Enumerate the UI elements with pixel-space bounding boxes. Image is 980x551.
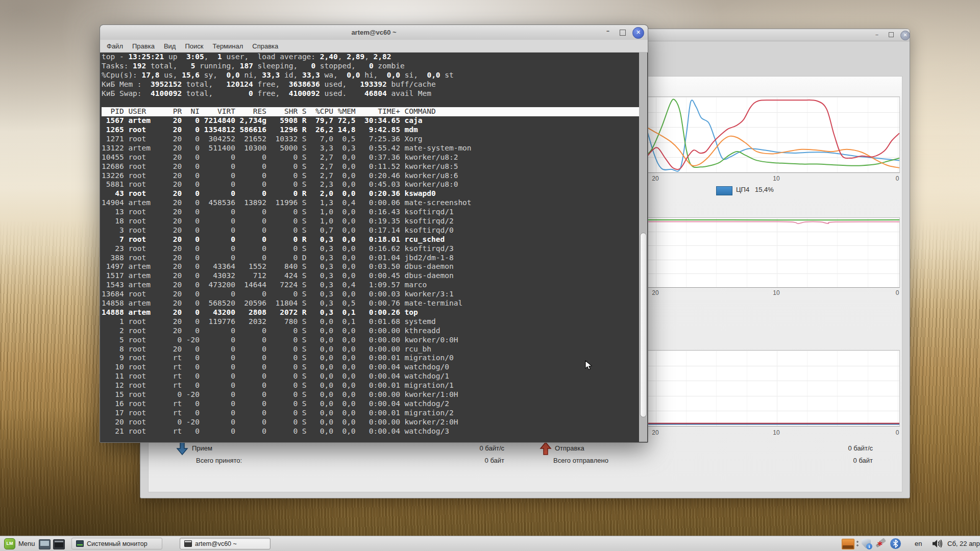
receive-label: Прием: [192, 444, 212, 452]
desktop: – ✕ 20100 ЦП4 15,4% 20100 20100 Прием 0 …: [0, 0, 980, 551]
cpu4-color-swatch: [716, 186, 732, 195]
network-send-stats: Отправка 0 байт/с Всего отправлено 0 бай…: [539, 441, 873, 472]
send-label: Отправка: [555, 444, 584, 452]
minimize-icon[interactable]: –: [872, 30, 881, 39]
taskbar: LM Menu Системный монитор artem@vc60 ~ i…: [0, 536, 980, 551]
process-row: 1497 artem 20 0 43364 1552 840 S 0,3 0,0…: [102, 262, 639, 271]
process-row: 14904 artem 20 0 458536 13892 11996 S 1,…: [102, 198, 639, 208]
minimize-icon[interactable]: –: [603, 25, 613, 39]
send-rate-value: 0 байт/с: [848, 444, 873, 452]
terminal-text-line: [102, 98, 639, 107]
process-row: 1543 artem 20 0 473200 14644 7224 S 0,3 …: [102, 281, 639, 290]
process-table-header: PID USER PR NI VIRT RES SHR S %CPU %MEM …: [102, 107, 639, 116]
terminal-menu-item[interactable]: Поиск: [180, 42, 208, 50]
terminal-menu-item[interactable]: Вид: [159, 42, 181, 50]
process-row: 388 root 20 0 0 0 0 D 0,3 0,0 0:01.04 jb…: [102, 254, 639, 263]
receive-rate-value: 0 байт/с: [479, 444, 504, 452]
process-row: 2 root 20 0 0 0 0 S 0,0 0,0 0:00.00 kthr…: [102, 327, 639, 336]
process-row: 14888 artem 20 0 43200 2808 2072 R 0,3 0…: [102, 308, 639, 317]
process-row: 13226 root 20 0 0 0 0 S 2,7 0,0 0:20.46 …: [102, 171, 639, 181]
terminal-menubar: ФайлПравкаВидПоискТерминалСправка: [100, 40, 648, 53]
process-row: 13684 root 20 0 0 0 0 S 0,3 0,0 0:00.03 …: [102, 290, 639, 299]
terminal-menu-item[interactable]: Справка: [248, 42, 283, 50]
axis-tick-label: 10: [773, 175, 779, 182]
taskbar-window-terminal[interactable]: artem@vc60 ~: [180, 538, 271, 549]
process-row: 12 root rt 0 0 0 0 S 0,0 0,0 0:00.01 mig…: [102, 381, 639, 390]
update-manager-icon[interactable]: i: [861, 538, 872, 549]
clock[interactable]: Сб, 22 апр, 13:25: [947, 540, 980, 547]
taskbar-window-label: Системный монитор: [87, 540, 148, 547]
terminal-output[interactable]: top - 13:25:21 up 3:05, 1 user, load ave…: [101, 52, 639, 442]
network-offline-icon[interactable]: *: [875, 538, 887, 549]
process-row: 1 root 20 0 119776 2032 780 S 0,0 0,1 0:…: [102, 317, 639, 327]
process-row: 21 root rt 0 0 0 0 S 0,0 0,0 0:00.04 wat…: [102, 427, 639, 436]
mint-logo-icon: LM: [4, 538, 15, 549]
process-row: 5881 root 20 0 0 0 0 S 2,3 0,0 0:45.03 k…: [102, 180, 639, 189]
menu-button[interactable]: LM Menu: [2, 537, 39, 550]
terminal-icon: [184, 540, 192, 547]
bluetooth-icon[interactable]: [890, 538, 901, 549]
process-row: 14858 artem 20 0 568520 20596 11804 S 0,…: [102, 299, 639, 308]
axis-tick-label: 0: [896, 289, 899, 296]
process-row: 10455 root 20 0 0 0 0 S 2,7 0,0 0:37.36 …: [102, 153, 639, 162]
terminal-titlebar[interactable]: artem@vc60 ~ – ✕: [100, 25, 648, 40]
axis-tick-label: 10: [773, 429, 779, 436]
receive-arrow-icon: [176, 441, 189, 456]
taskbar-window-label: artem@vc60 ~: [195, 540, 237, 547]
process-row: 9 root rt 0 0 0 0 S 0,0 0,0 0:00.01 migr…: [102, 354, 639, 363]
process-row: 7 root 20 0 0 0 0 R 0,3 0,0 0:18.01 rcu_…: [102, 235, 639, 244]
tray-desktop-icon[interactable]: [841, 538, 855, 550]
terminal-scrollbar[interactable]: [639, 52, 647, 442]
axis-tick-label: 20: [652, 429, 658, 436]
system-monitor-icon: [76, 540, 84, 547]
process-row: 12686 root 20 0 0 0 0 S 2,7 0,0 0:11.52 …: [102, 162, 639, 171]
process-row: 23 root 20 0 0 0 0 S 0,3 0,0 0:16.62 kso…: [102, 244, 639, 254]
maximize-icon[interactable]: [887, 30, 896, 39]
tray-handle-icon: [856, 541, 859, 547]
network-receive-stats: Прием 0 байт/с Всего принято: 0 байт: [176, 441, 504, 472]
menu-button-label: Menu: [18, 540, 35, 547]
total-received-label: Всего принято:: [196, 457, 242, 464]
close-icon[interactable]: ✕: [900, 31, 910, 40]
terminal-menu-item[interactable]: Терминал: [208, 42, 248, 50]
process-row: 11 root rt 0 0 0 0 S 0,0 0,0 0:00.04 wat…: [102, 372, 639, 381]
taskbar-window-system-monitor[interactable]: Системный монитор: [71, 538, 162, 549]
axis-tick-label: 0: [896, 175, 899, 182]
close-icon[interactable]: ✕: [632, 27, 644, 39]
axis-tick-label: 20: [652, 289, 658, 296]
process-row: 8 root 20 0 0 0 0 S 0,0 0,0 0:00.00 rcu_…: [102, 345, 639, 354]
process-row: 1517 artem 20 0 43032 712 424 S 0,3 0,0 …: [102, 271, 639, 281]
volume-icon[interactable]: [932, 539, 943, 548]
process-row: 18 root 20 0 0 0 0 S 1,0 0,0 0:19.35 kso…: [102, 217, 639, 226]
terminal-text-line: %Cpu(s): 17,8 us, 15,6 sy, 0,0 ni, 33,3 …: [102, 71, 639, 80]
terminal-text-line: Tasks: 192 total, 5 running, 187 sleepin…: [102, 62, 639, 71]
process-row: 1567 artem 20 0 7214840 2,734g 5908 R 79…: [102, 116, 639, 126]
terminal-window[interactable]: artem@vc60 ~ – ✕ ФайлПравкаВидПоискТерми…: [100, 24, 648, 443]
terminal-text-line: top - 13:25:21 up 3:05, 1 user, load ave…: [102, 53, 639, 62]
keyboard-layout-indicator[interactable]: en: [915, 540, 922, 547]
terminal-menu-item[interactable]: Файл: [102, 42, 128, 50]
process-row: 15 root 0 -20 0 0 0 S 0,0 0,0 0:00.00 kw…: [102, 390, 639, 399]
process-row: 1265 root 20 0 1354812 586616 1296 R 26,…: [102, 126, 639, 135]
process-row: 43 root 20 0 0 0 0 R 2,0 0,0 0:20.36 ksw…: [102, 189, 639, 198]
maximize-icon[interactable]: [620, 30, 626, 36]
show-desktop-icon[interactable]: [39, 539, 51, 549]
total-sent-value: 0 байт: [853, 457, 873, 464]
process-row: 17 root rt 0 0 0 0 S 0,0 0,0 0:00.01 mig…: [102, 409, 639, 418]
axis-tick-label: 10: [773, 289, 779, 296]
process-row: 16 root rt 0 0 0 0 S 0,0 0,0 0:00.04 wat…: [102, 399, 639, 409]
terminal-launcher-icon[interactable]: [53, 539, 65, 549]
axis-tick-label: 0: [896, 429, 899, 436]
cpu4-legend-label: ЦП4: [736, 186, 749, 193]
process-row: 10 root rt 0 0 0 0 S 0,0 0,0 0:00.04 wat…: [102, 363, 639, 372]
terminal-title: artem@vc60 ~: [351, 29, 396, 36]
terminal-text-line: КиБ Swap: 4100092 total, 0 free, 4100092…: [102, 89, 639, 98]
process-row: 13122 artem 20 0 511400 10300 5000 S 3,3…: [102, 144, 639, 153]
process-row: 13 root 20 0 0 0 0 S 1,0 0,0 0:16.43 kso…: [102, 208, 639, 217]
send-arrow-icon: [539, 441, 552, 456]
process-row: 1271 root 20 0 304252 21652 10332 S 7,0 …: [102, 135, 639, 144]
total-sent-label: Всего отправлено: [553, 457, 608, 464]
scrollbar-thumb[interactable]: [640, 233, 647, 417]
terminal-menu-item[interactable]: Правка: [128, 42, 159, 50]
axis-tick-label: 20: [652, 175, 658, 182]
